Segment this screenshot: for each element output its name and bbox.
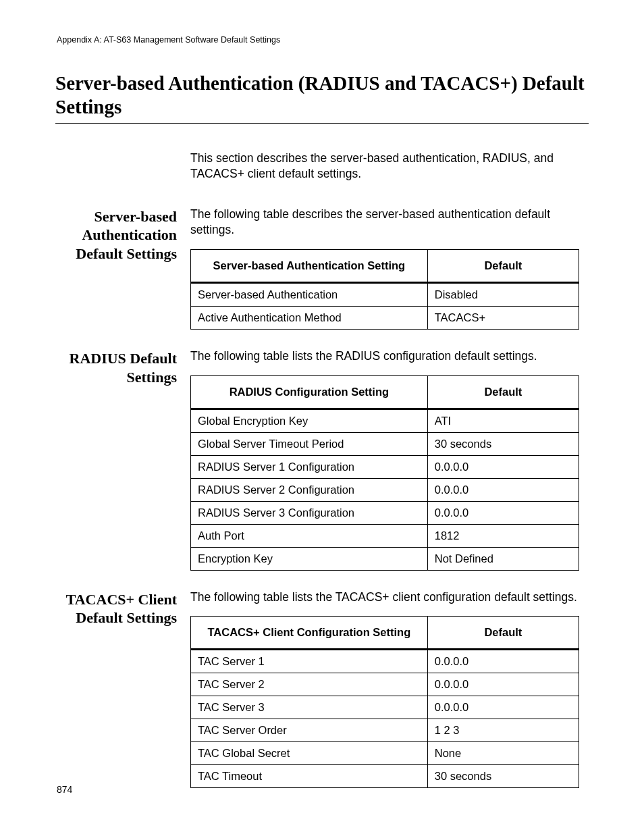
cell-setting: TAC Server 1 <box>191 650 428 673</box>
side-heading: TACACS+ Client Default Settings <box>55 590 190 627</box>
cell-default: 0.0.0.0 <box>427 673 579 696</box>
table-row: TAC Server 10.0.0.0 <box>191 650 579 673</box>
cell-default: None <box>427 742 579 765</box>
table-row: Active Authentication Method TACACS+ <box>191 307 579 330</box>
cell-default: 0.0.0.0 <box>427 650 579 673</box>
cell-setting: Global Encryption Key <box>191 409 428 432</box>
table-row: RADIUS Server 3 Configuration0.0.0.0 <box>191 501 579 524</box>
table-row: Auth Port1812 <box>191 524 579 547</box>
col-header-setting: Server-based Authentication Setting <box>191 250 428 283</box>
cell-default: Not Defined <box>427 547 579 570</box>
cell-setting: Server-based Authentication <box>191 283 428 307</box>
section-auth-defaults: Server-based Authentication Default Sett… <box>55 207 589 330</box>
side-heading: Server-based Authentication Default Sett… <box>55 207 190 263</box>
section-intro: The following table lists the RADIUS con… <box>190 348 579 365</box>
table-row: Global Server Timeout Period30 seconds <box>191 432 579 455</box>
cell-default: 0.0.0.0 <box>427 455 579 478</box>
cell-default: TACACS+ <box>427 307 579 330</box>
cell-setting: TAC Server 3 <box>191 696 428 719</box>
table-row: TAC Server Order1 2 3 <box>191 719 579 742</box>
cell-default: 0.0.0.0 <box>427 501 579 524</box>
cell-setting: RADIUS Server 1 Configuration <box>191 455 428 478</box>
cell-default: Disabled <box>427 283 579 307</box>
cell-default: 30 seconds <box>427 765 579 788</box>
cell-setting: TAC Timeout <box>191 765 428 788</box>
cell-default: 0.0.0.0 <box>427 696 579 719</box>
table-row: RADIUS Server 1 Configuration0.0.0.0 <box>191 455 579 478</box>
section-tacacs-defaults: TACACS+ Client Default Settings The foll… <box>55 590 589 789</box>
cell-setting: TAC Global Secret <box>191 742 428 765</box>
table-row: Server-based Authentication Disabled <box>191 283 579 307</box>
col-header-default: Default <box>427 375 579 409</box>
cell-default: 30 seconds <box>427 432 579 455</box>
table-row: TAC Server 20.0.0.0 <box>191 673 579 696</box>
section-intro: The following table lists the TACACS+ cl… <box>190 590 579 606</box>
cell-default: 1812 <box>427 524 579 547</box>
cell-setting: Encryption Key <box>191 547 428 570</box>
cell-setting: Auth Port <box>191 524 428 547</box>
cell-default: 0.0.0.0 <box>427 478 579 501</box>
col-header-default: Default <box>427 617 579 650</box>
table-row: Global Encryption KeyATI <box>191 409 579 432</box>
col-header-setting: TACACS+ Client Configuration Setting <box>191 617 428 650</box>
table-tacacs-defaults: TACACS+ Client Configuration Setting Def… <box>190 616 579 788</box>
table-row: TAC Timeout30 seconds <box>191 765 579 788</box>
section-intro: The following table describes the server… <box>190 207 579 238</box>
cell-setting: RADIUS Server 3 Configuration <box>191 501 428 524</box>
page-title: Server-based Authentication (RADIUS and … <box>55 72 589 124</box>
intro-paragraph: This section describes the server-based … <box>190 151 579 182</box>
cell-setting: RADIUS Server 2 Configuration <box>191 478 428 501</box>
running-head: Appendix A: AT-S63 Management Software D… <box>55 35 589 45</box>
col-header-default: Default <box>427 250 579 283</box>
cell-setting: TAC Server Order <box>191 719 428 742</box>
table-row: Encryption KeyNot Defined <box>191 547 579 570</box>
table-radius-defaults: RADIUS Configuration Setting Default Glo… <box>190 375 579 571</box>
table-row: TAC Server 30.0.0.0 <box>191 696 579 719</box>
cell-default: ATI <box>427 409 579 432</box>
side-heading: RADIUS Default Settings <box>55 348 190 386</box>
cell-setting: Global Server Timeout Period <box>191 432 428 455</box>
table-auth-defaults: Server-based Authentication Setting Defa… <box>190 249 579 330</box>
col-header-setting: RADIUS Configuration Setting <box>191 375 428 409</box>
section-radius-defaults: RADIUS Default Settings The following ta… <box>55 348 589 571</box>
page-number: 874 <box>57 784 72 795</box>
cell-default: 1 2 3 <box>427 719 579 742</box>
table-row: RADIUS Server 2 Configuration0.0.0.0 <box>191 478 579 501</box>
cell-setting: TAC Server 2 <box>191 673 428 696</box>
table-row: TAC Global SecretNone <box>191 742 579 765</box>
cell-setting: Active Authentication Method <box>191 307 428 330</box>
